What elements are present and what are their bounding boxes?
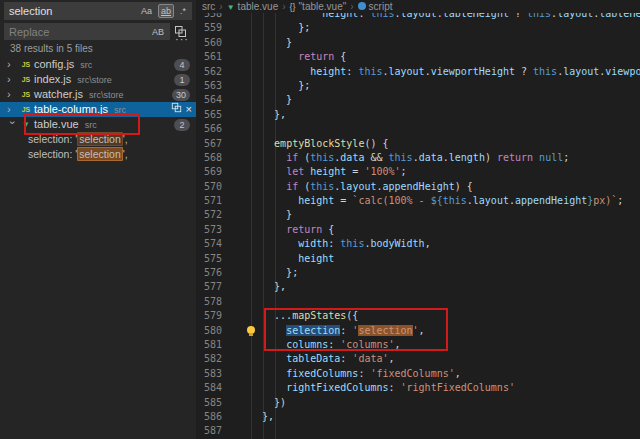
code-token: 'data' bbox=[352, 353, 388, 364]
code-token: : bbox=[340, 353, 352, 364]
code-token bbox=[250, 152, 286, 163]
line-number: 570 bbox=[196, 180, 222, 194]
code-token bbox=[250, 325, 286, 336]
code-token: ) { bbox=[455, 181, 473, 192]
code-token: : bbox=[388, 382, 400, 393]
chevron-icon[interactable]: › bbox=[7, 72, 17, 87]
line-number: 584 bbox=[196, 381, 222, 395]
chevron-icon[interactable]: › bbox=[7, 57, 17, 72]
code-line-583[interactable]: 583 fixedColumns: 'fixedColumns', bbox=[196, 367, 640, 381]
replace-input[interactable] bbox=[4, 26, 149, 38]
code-token bbox=[250, 224, 286, 235]
code-line-569[interactable]: 569 let height = '100%'; bbox=[196, 165, 640, 179]
code-token: : bbox=[328, 238, 340, 249]
code-token bbox=[250, 353, 286, 364]
search-result-row[interactable]: selection: 'selection', bbox=[0, 147, 196, 162]
js-file-icon: JS bbox=[20, 102, 32, 117]
code-line-560[interactable]: 560 } bbox=[196, 36, 640, 50]
breadcrumb-label: src bbox=[202, 1, 215, 12]
code-text: }, bbox=[222, 108, 286, 122]
code-token bbox=[250, 66, 310, 77]
line-number: 577 bbox=[196, 280, 222, 294]
code-text: columns: 'columns', bbox=[222, 338, 401, 352]
breadcrumb-item-src[interactable]: src bbox=[202, 1, 215, 12]
code-token: }; bbox=[250, 22, 310, 33]
chevron-icon[interactable]: › bbox=[5, 121, 20, 131]
code-token: : bbox=[346, 66, 358, 77]
code-token: appendHeight bbox=[383, 181, 455, 192]
line-number: 578 bbox=[196, 295, 222, 309]
regex-toggle[interactable]: .* bbox=[177, 4, 189, 18]
breadcrumb-item-table.vue[interactable]: ▼table.vue bbox=[227, 1, 279, 12]
code-line-564[interactable]: 564 } bbox=[196, 93, 640, 107]
code-text: height: this.layout.viewportHeight ? thi… bbox=[222, 65, 640, 79]
file-row-table-column.js[interactable]: ›JStable-column.jssrc× bbox=[0, 102, 196, 117]
code-token: } bbox=[250, 209, 292, 220]
script-icon bbox=[358, 2, 366, 10]
code-line-585[interactable]: 585 }) bbox=[196, 396, 640, 410]
file-row-watcher.js[interactable]: ›JSwatcher.jssrc\store30 bbox=[0, 87, 196, 102]
code-token: viewport bbox=[605, 66, 640, 77]
code-token: , bbox=[388, 353, 394, 364]
line-number: 576 bbox=[196, 266, 222, 280]
match-case-toggle[interactable]: Aa bbox=[138, 4, 155, 18]
file-row-index.js[interactable]: ›JSindex.jssrc\store1 bbox=[0, 72, 196, 87]
code-line-578[interactable]: 578 bbox=[196, 295, 640, 309]
code-line-587[interactable]: 587 bbox=[196, 424, 640, 438]
dismiss-icon[interactable]: × bbox=[186, 104, 192, 115]
chevron-icon[interactable]: › bbox=[7, 87, 17, 102]
file-path: src bbox=[80, 60, 92, 70]
code-line-577[interactable]: 577 }, bbox=[196, 280, 640, 294]
line-number: 571 bbox=[196, 194, 222, 208]
file-row-table.vue[interactable]: ›▼table.vuesrc2 bbox=[0, 117, 196, 132]
code-token: { bbox=[334, 51, 346, 62]
code-line-574[interactable]: 574 width: this.bodyWidth, bbox=[196, 237, 640, 251]
more-actions-button[interactable]: ··· bbox=[175, 33, 189, 45]
code-line-561[interactable]: 561 return { bbox=[196, 50, 640, 64]
search-input[interactable] bbox=[4, 5, 138, 17]
code-line-571[interactable]: 571 height = `calc(100% - ${this.layout.… bbox=[196, 194, 640, 208]
code-line-562[interactable]: 562 height: this.layout.viewportHeight ?… bbox=[196, 65, 640, 79]
code-line-567[interactable]: 567 emptyBlockStyle() { bbox=[196, 137, 640, 151]
code-token: return bbox=[286, 224, 322, 235]
chevron-icon[interactable]: › bbox=[7, 102, 17, 117]
code-token: = bbox=[334, 195, 352, 206]
code-line-566[interactable]: 566 bbox=[196, 122, 640, 136]
code-token: this bbox=[443, 195, 467, 206]
lightbulb-icon[interactable] bbox=[247, 326, 255, 334]
breadcrumb-item-table.vue[interactable]: {}"table.vue" bbox=[290, 1, 347, 12]
code-line-582[interactable]: 582 tableData: 'data', bbox=[196, 352, 640, 366]
code-token: length bbox=[449, 152, 485, 163]
file-row-config.js[interactable]: ›JSconfig.jssrc4 bbox=[0, 57, 196, 72]
code-line-573[interactable]: 573 return { bbox=[196, 223, 640, 237]
code-line-576[interactable]: 576 }; bbox=[196, 266, 640, 280]
breadcrumb-item-script[interactable]: script bbox=[358, 1, 393, 12]
replace-all-in-file-button[interactable] bbox=[171, 102, 182, 117]
code-line-575[interactable]: 575 height bbox=[196, 252, 640, 266]
whole-word-toggle[interactable]: ab bbox=[158, 4, 174, 18]
breadcrumb-label: script bbox=[369, 1, 393, 12]
code-line-565[interactable]: 565 }, bbox=[196, 108, 640, 122]
code-line-559[interactable]: 559 }; bbox=[196, 21, 640, 35]
code-token bbox=[250, 368, 286, 379]
code-line-580[interactable]: 580 selection: 'selection', bbox=[196, 324, 640, 338]
code-token: ({ bbox=[346, 310, 358, 321]
search-result-row[interactable]: selection: 'selection', bbox=[0, 132, 196, 147]
code-line-584[interactable]: 584 rightFixedColumns: 'rightFixedColumn… bbox=[196, 381, 640, 395]
row-actions: × bbox=[171, 102, 192, 117]
code-line-581[interactable]: 581 columns: 'columns', bbox=[196, 338, 640, 352]
code-line-586[interactable]: 586 }, bbox=[196, 410, 640, 424]
code-line-579[interactable]: 579 ...mapStates({ bbox=[196, 309, 640, 323]
breadcrumb-label: "table.vue" bbox=[299, 1, 347, 12]
preserve-case-toggle[interactable]: AB bbox=[149, 25, 167, 39]
code-text: if (this.layout.appendHeight) { bbox=[222, 180, 473, 194]
code-line-568[interactable]: 568 if (this.data && this.data.length) r… bbox=[196, 151, 640, 165]
code-line-563[interactable]: 563 }; bbox=[196, 79, 640, 93]
code-text: fixedColumns: 'fixedColumns', bbox=[222, 367, 461, 381]
code-text: width: this.bodyWidth, bbox=[222, 237, 431, 251]
code-token: null bbox=[539, 152, 563, 163]
code-line-572[interactable]: 572 } bbox=[196, 208, 640, 222]
code-lines: 558 height: this.layout.tableHeight ? th… bbox=[196, 7, 640, 439]
code-line-570[interactable]: 570 if (this.layout.appendHeight) { bbox=[196, 180, 640, 194]
result-text-after: ', bbox=[123, 148, 128, 160]
